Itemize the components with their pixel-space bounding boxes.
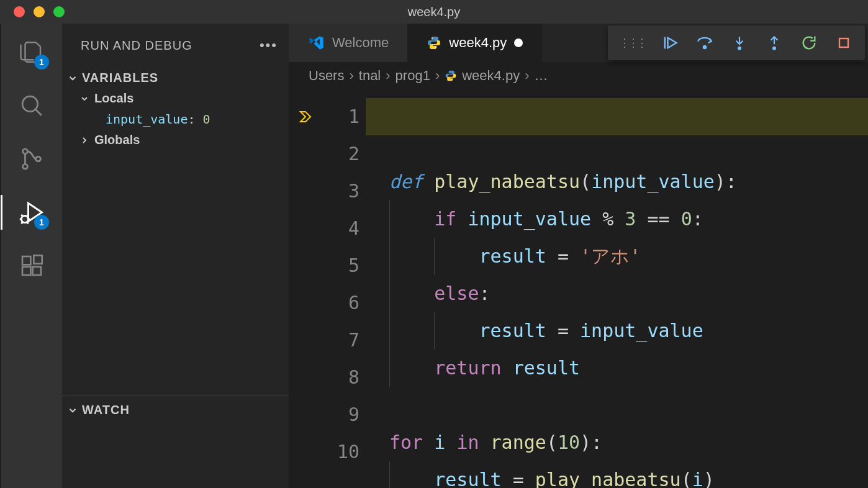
svg-point-25 (773, 47, 775, 50)
step-over-button[interactable] (695, 33, 715, 53)
sidebar-title: RUN AND DEBUG (81, 38, 192, 53)
svg-point-18 (435, 47, 436, 48)
explorer-badge: 1 (34, 55, 49, 70)
svg-rect-15 (33, 267, 41, 275)
code-line[interactable]: def play_nabeatsu(input_value): (389, 163, 868, 201)
editor-area: Welcome week4.py ⋮⋮⋮ (289, 24, 868, 488)
current-line-highlight (366, 98, 868, 135)
svg-point-17 (432, 38, 433, 39)
code-content[interactable]: def play_nabeatsu(input_value): if input… (366, 89, 868, 488)
svg-rect-13 (22, 256, 30, 264)
svg-point-21 (703, 46, 706, 48)
chevron-down-icon (67, 405, 78, 416)
variables-header[interactable]: VARIABLES (62, 68, 289, 88)
chevron-right-icon: › (386, 68, 390, 84)
chevron-right-icon: › (525, 68, 529, 84)
svg-point-0 (22, 96, 38, 112)
svg-rect-26 (839, 38, 848, 47)
continue-button[interactable] (660, 33, 680, 53)
chevron-down-icon (79, 94, 89, 104)
run-debug-badge: 1 (34, 215, 49, 230)
globals-label: Globals (94, 133, 140, 147)
globals-scope[interactable]: Globals (62, 129, 289, 151)
watch-header[interactable]: WATCH (62, 400, 289, 420)
breadcrumb-part[interactable]: Users (309, 68, 344, 84)
step-into-button[interactable] (730, 33, 749, 53)
tab-welcome[interactable]: Welcome (289, 24, 408, 62)
close-window-button[interactable] (14, 6, 25, 17)
tab-label: Welcome (332, 35, 389, 51)
svg-point-6 (22, 216, 29, 223)
breadcrumbs[interactable]: Users › tnal › prog1 › week4.py › … (289, 62, 868, 89)
watch-section: WATCH (62, 395, 289, 488)
line-number: 8 (322, 359, 359, 396)
breadcrumb-part[interactable]: week4.py (462, 68, 520, 84)
watch-title: WATCH (82, 403, 130, 417)
breadcrumb-part[interactable]: prog1 (396, 68, 430, 84)
code-line[interactable]: result = 'アホ' (389, 238, 868, 275)
line-number: 7 (322, 322, 359, 359)
chevron-right-icon (79, 135, 89, 145)
titlebar: week4.py (0, 0, 868, 24)
line-number: 4 (322, 210, 359, 247)
svg-point-2 (23, 149, 28, 154)
code-line[interactable]: result = input_value (389, 312, 868, 350)
variable-row[interactable]: input_value: 0 (62, 109, 289, 129)
code-line[interactable] (389, 387, 868, 424)
locals-label: Locals (94, 91, 133, 106)
minimize-window-button[interactable] (34, 6, 45, 17)
run-debug-icon[interactable]: 1 (17, 197, 47, 227)
code-line[interactable]: for i in range(10): (389, 424, 868, 461)
restart-button[interactable] (799, 33, 819, 53)
svg-point-23 (738, 47, 741, 50)
line-number: 1 (322, 98, 359, 135)
variables-section: VARIABLES Locals input_value: 0 Globals (62, 63, 289, 395)
sidebar: RUN AND DEBUG ••• VARIABLES Locals input… (62, 24, 289, 488)
breadcrumb-part[interactable]: tnal (359, 68, 381, 84)
code-line[interactable]: result = play_nabeatsu(i) (389, 461, 868, 488)
python-icon (445, 70, 457, 82)
extensions-icon[interactable] (17, 251, 47, 281)
svg-line-10 (27, 215, 29, 217)
dirty-indicator-icon (514, 38, 523, 47)
line-number: 10 (322, 433, 359, 471)
debug-toolbar[interactable]: ⋮⋮⋮ (608, 25, 865, 60)
chevron-right-icon: › (435, 68, 440, 84)
sidebar-header: RUN AND DEBUG ••• (62, 24, 289, 63)
variable-name: input_value (106, 112, 188, 127)
glyph-margin (289, 89, 322, 488)
step-out-button[interactable] (764, 33, 784, 53)
code-editor[interactable]: 12345678910 def play_nabeatsu(input_valu… (289, 89, 868, 488)
source-control-icon[interactable] (17, 144, 47, 174)
window-title: week4.py (408, 5, 461, 19)
svg-line-12 (27, 222, 29, 224)
code-line[interactable]: if input_value % 3 == 0: (389, 201, 868, 238)
locals-scope[interactable]: Locals (62, 88, 289, 109)
svg-line-1 (35, 109, 41, 115)
grip-icon[interactable]: ⋮⋮⋮ (619, 36, 645, 50)
tab-label: week4.py (449, 35, 507, 51)
line-numbers: 12345678910 (322, 89, 366, 488)
code-line[interactable]: else: (389, 275, 868, 312)
svg-rect-16 (34, 255, 42, 263)
breadcrumb-part[interactable]: … (534, 68, 548, 84)
maximize-window-button[interactable] (53, 6, 65, 17)
svg-point-3 (23, 164, 28, 169)
search-icon[interactable] (17, 91, 47, 120)
more-actions-icon[interactable]: ••• (260, 37, 278, 53)
chevron-right-icon: › (349, 68, 353, 84)
variables-title: VARIABLES (82, 71, 158, 85)
python-icon (427, 35, 441, 50)
window-controls (0, 6, 65, 17)
stop-button[interactable] (834, 33, 854, 53)
svg-line-11 (22, 222, 23, 224)
code-line[interactable]: return result (389, 350, 868, 387)
svg-rect-14 (22, 267, 30, 275)
tab-week4-py[interactable]: week4.py (408, 24, 542, 62)
explorer-icon[interactable]: 1 (17, 37, 47, 67)
svg-point-4 (36, 156, 41, 161)
current-frame-icon (298, 109, 313, 124)
vscode-icon (307, 34, 325, 52)
line-number: 3 (322, 173, 359, 210)
line-number: 2 (322, 135, 359, 173)
